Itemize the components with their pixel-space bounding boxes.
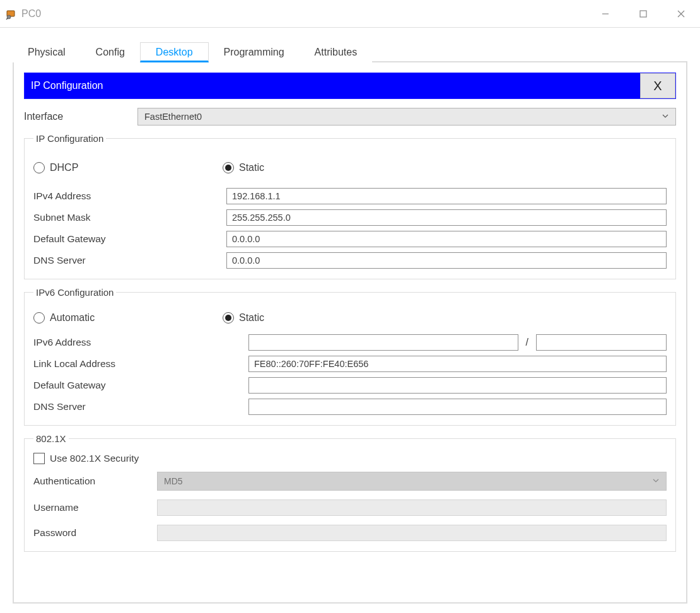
password-label: Password <box>33 527 153 539</box>
window-controls <box>586 0 700 27</box>
title-bar: PC0 <box>0 0 700 28</box>
tab-config[interactable]: Config <box>81 43 140 62</box>
content-frame: IP Configuration X Interface FastEtherne… <box>13 61 687 604</box>
ipv4-group: IP Configuration DHCP Static IPv4 Addres… <box>24 133 676 279</box>
ipv4-dhcp-radio[interactable] <box>33 162 45 173</box>
tab-programming[interactable]: Programming <box>209 43 300 62</box>
ipv6-gateway-input[interactable] <box>248 377 667 394</box>
ipv6-automatic-radio[interactable] <box>33 312 45 324</box>
interface-select[interactable]: FastEthernet0 <box>137 108 676 126</box>
ipv4-address-input[interactable] <box>226 188 667 204</box>
ipv4-dns-label: DNS Server <box>33 255 223 266</box>
tab-row: Physical Config Desktop Programming Attr… <box>13 40 687 62</box>
tab-desktop[interactable]: Desktop <box>140 42 209 62</box>
linklocal-label: Link Local Address <box>33 358 245 370</box>
use-8021x-label: Use 802.1X Security <box>50 453 139 464</box>
ipv6-legend: IPv6 Configuration <box>33 287 116 298</box>
svg-rect-4 <box>640 11 646 17</box>
ipv6-static-radio[interactable] <box>223 312 234 324</box>
ipv6-prefix-input[interactable] <box>536 334 667 351</box>
use-8021x-checkbox[interactable] <box>33 453 45 464</box>
password-input <box>157 525 667 541</box>
ipv4-dhcp-label: DHCP <box>50 162 78 173</box>
ipv4-static-label: Static <box>239 162 264 173</box>
chevron-down-icon <box>652 476 660 486</box>
subnet-mask-label: Subnet Mask <box>33 212 223 223</box>
app-icon <box>5 8 18 20</box>
interface-selected: FastEthernet0 <box>144 112 202 122</box>
authentication-label: Authentication <box>33 476 153 487</box>
ipv6-dns-label: DNS Server <box>33 401 245 412</box>
panel-close-button[interactable]: X <box>640 73 675 98</box>
ipv6-address-label: IPv6 Address <box>33 337 245 348</box>
chevron-down-icon <box>662 112 669 122</box>
dot1x-legend: 802.1X <box>33 433 69 444</box>
tab-attributes[interactable]: Attributes <box>300 43 373 62</box>
linklocal-input[interactable] <box>248 356 667 372</box>
authentication-value: MD5 <box>164 476 183 486</box>
username-label: Username <box>33 502 153 513</box>
tab-physical[interactable]: Physical <box>13 43 81 62</box>
window-title: PC0 <box>21 8 586 20</box>
ipv4-gateway-input[interactable] <box>226 231 667 247</box>
ipv6-address-input[interactable] <box>248 334 518 351</box>
interface-label: Interface <box>24 111 125 122</box>
ipv6-gateway-label: Default Gateway <box>33 380 245 391</box>
ipv4-gateway-label: Default Gateway <box>33 233 223 245</box>
ipv4-static-radio[interactable] <box>223 162 234 173</box>
ipv6-dns-input[interactable] <box>248 399 667 415</box>
ipv6-static-label: Static <box>239 312 264 324</box>
ipv4-legend: IP Configuration <box>33 133 106 144</box>
subnet-mask-input[interactable] <box>226 209 667 226</box>
minimize-button[interactable] <box>586 0 624 27</box>
panel-header: IP Configuration X <box>24 73 676 99</box>
ipv4-dns-input[interactable] <box>226 252 667 269</box>
ipv6-group: IPv6 Configuration Automatic Static IPv6… <box>24 287 676 426</box>
ipv6-automatic-label: Automatic <box>50 312 95 324</box>
ipv4-address-label: IPv4 Address <box>33 190 223 202</box>
close-button[interactable] <box>662 0 700 27</box>
dot1x-group: 802.1X Use 802.1X Security Authenticatio… <box>24 433 676 552</box>
svg-line-2 <box>6 18 8 20</box>
panel-title: IP Configuration <box>31 80 103 91</box>
username-input <box>157 499 667 516</box>
maximize-button[interactable] <box>624 0 662 27</box>
ipv6-prefix-slash: / <box>522 337 532 348</box>
authentication-select: MD5 <box>157 472 667 491</box>
